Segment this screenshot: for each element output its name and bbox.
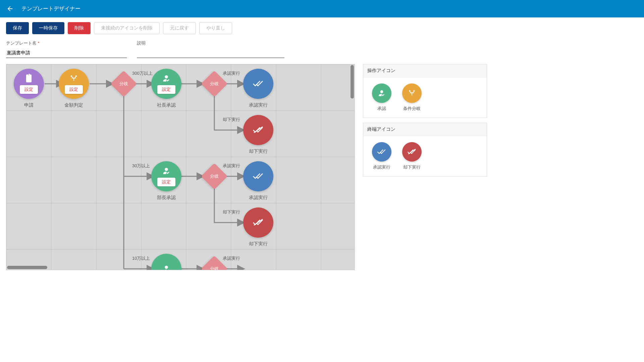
back-button[interactable] <box>5 4 15 13</box>
user-check-icon <box>162 74 171 83</box>
node-label: 却下実行 <box>249 148 268 155</box>
palette-ops-title: 操作アイコン <box>363 64 487 77</box>
double-check-icon <box>253 172 264 180</box>
palette-term-title: 終端アイコン <box>363 123 487 136</box>
node-manager[interactable]: 設定 部長承認 <box>151 161 181 201</box>
palette-item-label: 却下実行 <box>403 164 421 170</box>
node-label: 承認実行 <box>249 102 268 108</box>
node-apply[interactable]: 設定 申請 <box>14 69 44 108</box>
branch-label-exec-ng: 却下実行 <box>223 117 240 123</box>
remove-orphans-button[interactable]: 未接続のアイコンを削除 <box>94 22 160 34</box>
icon-palette: 操作アイコン 承認 条件分岐 終端アイコン 承認実行 <box>363 64 487 270</box>
redo-button[interactable]: やり直し <box>199 22 232 34</box>
delete-button[interactable]: 削除 <box>68 22 91 34</box>
user-check-icon <box>377 89 386 98</box>
content: 設定 申請 設定 金額判定 分岐 300万以上 設定 社長承 <box>0 64 644 276</box>
tempsave-button[interactable]: 一時保存 <box>32 22 64 34</box>
node-setting-button[interactable]: 設定 <box>65 85 83 94</box>
clipboard-icon <box>24 74 34 83</box>
palette-operations: 操作アイコン 承認 条件分岐 <box>363 64 487 118</box>
user-check-icon <box>162 166 171 176</box>
reject-icon <box>253 126 264 134</box>
double-check-icon <box>253 80 264 88</box>
node-reject-1[interactable]: 却下実行 <box>243 115 273 155</box>
node-label: 金額判定 <box>64 102 83 108</box>
node-president[interactable]: 設定 社長承認 <box>151 69 181 108</box>
palette-item-label: 承認 <box>377 106 386 112</box>
description-field: 説明 <box>137 40 284 58</box>
user-check-icon <box>162 264 171 270</box>
node-setting-button[interactable]: 設定 <box>157 178 175 186</box>
reject-icon <box>253 219 264 227</box>
node-approve-1[interactable]: 承認実行 <box>243 69 273 108</box>
palette-terminals: 終端アイコン 承認実行 却下実行 <box>363 123 487 177</box>
page-title: テンプレートデザイナー <box>21 5 80 12</box>
node-amount[interactable]: 設定 金額判定 <box>59 69 89 108</box>
branch-label-10: 10万以上 <box>132 255 150 261</box>
palette-item-label: 条件分岐 <box>403 106 421 112</box>
template-name-input[interactable] <box>6 48 127 58</box>
arrow-left-icon <box>6 5 14 12</box>
branch-icon <box>69 74 78 83</box>
node-label: 部長承認 <box>157 195 176 201</box>
save-button[interactable]: 保存 <box>6 22 29 34</box>
reject-icon <box>407 148 417 155</box>
node-label: 社長承認 <box>157 102 176 108</box>
branch-label-30: 30万以上 <box>132 163 150 169</box>
branch-label-exec-ok-3: 承認実行 <box>223 255 240 261</box>
branch-label-exec-ok-2: 承認実行 <box>223 163 240 169</box>
double-check-icon <box>377 148 387 155</box>
node-reject-2[interactable]: 却下実行 <box>243 207 273 247</box>
description-label: 説明 <box>137 40 284 46</box>
node-label: 承認実行 <box>249 195 268 201</box>
form-row: テンプレート名 * 説明 <box>0 38 644 64</box>
branch-label-300: 300万以上 <box>132 70 153 76</box>
horizontal-scrollbar[interactable] <box>7 266 47 269</box>
description-input[interactable] <box>137 48 284 58</box>
branch-icon <box>408 89 416 98</box>
node-setting-button[interactable]: 設定 <box>20 85 38 94</box>
palette-item-exec-approve[interactable]: 承認実行 <box>372 142 391 170</box>
node-label: 却下実行 <box>249 241 268 247</box>
node-approve-2[interactable]: 承認実行 <box>243 161 273 201</box>
palette-item-exec-reject[interactable]: 却下実行 <box>402 142 422 170</box>
branch-label-exec-ok: 承認実行 <box>223 70 240 76</box>
branch-label-exec-ng-2: 却下実行 <box>223 209 240 215</box>
template-name-field: テンプレート名 * <box>6 40 127 58</box>
node-label: 申請 <box>24 102 34 108</box>
node-approver-3[interactable] <box>151 254 181 270</box>
template-name-label: テンプレート名 * <box>6 40 127 46</box>
canvas[interactable]: 設定 申請 設定 金額判定 分岐 300万以上 設定 社長承 <box>6 64 355 270</box>
toolbar: 保存 一時保存 削除 未接続のアイコンを削除 元に戻す やり直し <box>0 17 644 38</box>
palette-item-branch[interactable]: 条件分岐 <box>402 83 422 112</box>
vertical-scrollbar[interactable] <box>351 65 354 99</box>
undo-button[interactable]: 元に戻す <box>163 22 196 34</box>
app-header: テンプレートデザイナー <box>0 0 644 17</box>
palette-item-approve[interactable]: 承認 <box>372 83 391 112</box>
node-setting-button[interactable]: 設定 <box>157 85 175 94</box>
palette-item-label: 承認実行 <box>373 164 390 170</box>
canvas-wrapper: 設定 申請 設定 金額判定 分岐 300万以上 設定 社長承 <box>6 64 355 270</box>
